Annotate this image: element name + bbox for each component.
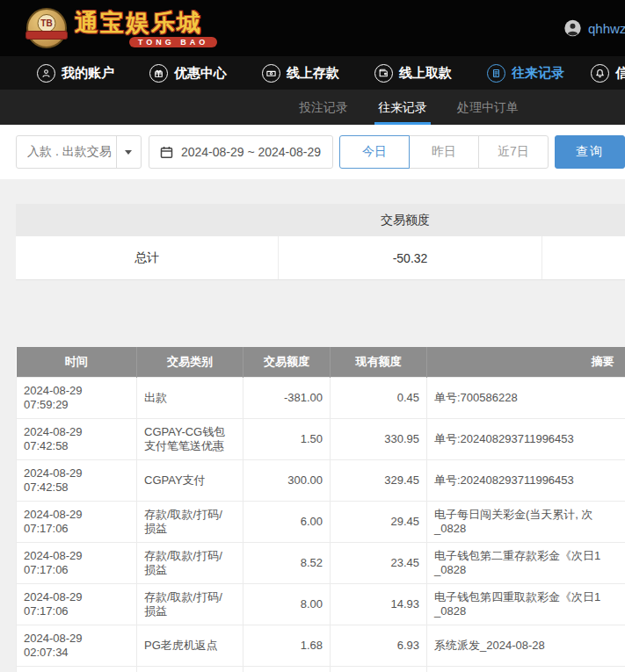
cell-summary: 单号:700586228 (427, 377, 625, 418)
nav-label: 往来记录 (512, 65, 564, 82)
transactions-table: 时间 交易类别 交易额度 现有额度 摘要 2024-08-29 07:59:29… (16, 347, 625, 672)
cell-type: 存款/取款/打码/ 损益 (137, 542, 243, 583)
nav-label: 线上存款 (287, 65, 339, 82)
cell-type: CGPAY-CG钱包 支付笔笔送优惠 (137, 418, 243, 459)
logo-emblem-icon: TB (26, 8, 67, 48)
tab-pending-orders[interactable]: 处理中订单 (457, 90, 519, 125)
tab-bet-records[interactable]: 投注记录 (299, 90, 348, 125)
col-header-type: 交易类别 (137, 347, 243, 377)
chevron-down-icon (116, 136, 141, 168)
logo-title: 通宝娱乐城 (75, 10, 217, 36)
cell-summary: 系统派发_2024-08-28 (427, 666, 625, 672)
cell-amount: 8.00 (243, 583, 331, 625)
table-row: 2024-08-29 02:07:34 PG老虎机返点 1.68 6.93 系统… (17, 625, 625, 666)
summary-total-value: -50.32 (279, 236, 542, 279)
search-button[interactable]: 查询 (555, 135, 625, 169)
cell-balance: 14.93 (331, 583, 427, 625)
cell-amount: 1.50 (243, 418, 331, 459)
cell-type: 存款/取款/打码/ 损益 (137, 501, 243, 542)
main-navigation: 我的账户 优惠中心 线上存款 线上取款 往来记录 (0, 56, 625, 90)
calendar-icon (160, 146, 173, 159)
cell-summary: 单号:202408293711996453 (427, 459, 625, 501)
nav-label: 优惠中心 (174, 65, 227, 82)
summary-header: 交易额度 (16, 204, 625, 236)
col-header-balance: 现有额度 (331, 347, 427, 377)
nav-item-messages[interactable]: 信息 (591, 64, 625, 83)
cell-summary: 单号:202408293711996453 (427, 418, 625, 459)
logo-ribbon (25, 31, 68, 40)
cell-amount: -381.00 (243, 377, 331, 418)
summary-total-label: 总计 (16, 236, 279, 279)
table-header: 时间 交易类别 交易额度 现有额度 摘要 (17, 347, 625, 377)
cell-time: 2024-08-29 07:42:58 (17, 459, 137, 501)
logo-tb-monogram: TB (38, 14, 56, 33)
quick-filter-today[interactable]: 今日 (339, 135, 410, 169)
withdraw-icon (374, 64, 393, 83)
table-row: 2024-08-29 07:17:06 存款/取款/打码/ 损益 8.00 14… (17, 583, 625, 625)
cell-amount: 8.52 (243, 542, 331, 583)
deposit-icon (262, 64, 280, 83)
site-logo[interactable]: TB 通宝娱乐城 TONG BAO (26, 8, 217, 48)
nav-item-transactions[interactable]: 往来记录 (487, 64, 564, 83)
table-row: 2024-08-29 07:17:06 存款/取款/打码/ 损益 8.52 23… (17, 542, 625, 583)
nav-label: 我的账户 (62, 65, 114, 82)
date-range-input[interactable]: 2024-08-29 ~ 2024-08-29 (149, 135, 333, 169)
transaction-type-select[interactable]: 入款 . 出款交易 (16, 135, 142, 169)
cell-summary: 系统派发_2024-08-28 (427, 625, 625, 666)
cell-time: 2024-08-29 02:07:34 (17, 666, 137, 672)
date-range-value: 2024-08-29 ~ 2024-08-29 (181, 145, 321, 159)
col-header-time: 时间 (17, 347, 137, 377)
nav-item-withdraw[interactable]: 线上取款 (374, 64, 452, 83)
filter-bar: 入款 . 出款交易 2024-08-29 ~ 2024-08-29 今日 昨日 … (0, 125, 625, 179)
gift-icon (149, 64, 168, 83)
select-value: 入款 . 出款交易 (17, 144, 112, 160)
summary-total-row: 总计 -50.32 (16, 236, 625, 279)
quick-filter-yesterday[interactable]: 昨日 (409, 135, 479, 169)
cell-amount: 1.48 (243, 666, 331, 672)
nav-label: 信息 (615, 65, 625, 82)
col-header-summary: 摘要 (427, 347, 625, 377)
cell-amount: 300.00 (243, 459, 331, 501)
table-row: 2024-08-29 02:07:34 PP老虎机返点 1.48 5.25 系统… (17, 666, 625, 672)
cell-type: CGPAY支付 (137, 459, 243, 501)
cell-summary: 电子钱包第四重取款彩金《次日1 _0828 (427, 583, 625, 625)
cell-summary: 电子钱包第二重存款彩金《次日1 _0828 (427, 542, 625, 583)
cell-balance: 29.45 (331, 501, 427, 542)
nav-item-my-account[interactable]: 我的账户 (37, 64, 114, 83)
cell-time: 2024-08-29 07:17:06 (17, 583, 137, 625)
quick-date-group: 今日 昨日 近7日 (339, 135, 549, 169)
col-header-amount: 交易额度 (243, 347, 331, 377)
nav-item-deposit[interactable]: 线上存款 (262, 64, 339, 83)
nav-label: 线上取款 (399, 65, 452, 82)
logo-subtitle-badge: TONG BAO (129, 37, 217, 47)
records-icon (487, 64, 505, 83)
cell-balance: 330.95 (331, 418, 427, 459)
username: qhhwz (588, 21, 625, 36)
cell-type: 出款 (137, 377, 243, 418)
table-row: 2024-08-29 07:42:58 CGPAY支付 300.00 329.4… (17, 459, 625, 501)
cell-balance: 6.93 (331, 625, 427, 666)
cell-time: 2024-08-29 07:42:58 (17, 418, 137, 459)
cell-time: 2024-08-29 07:17:06 (17, 542, 137, 583)
top-header: TB 通宝娱乐城 TONG BAO qhhwz (0, 0, 625, 56)
nav-item-promotions[interactable]: 优惠中心 (149, 64, 227, 83)
table-row: 2024-08-29 07:59:29 出款 -381.00 0.45 单号:7… (17, 377, 625, 418)
table-row: 2024-08-29 07:42:58 CGPAY-CG钱包 支付笔笔送优惠 1… (17, 418, 625, 459)
cell-balance: 23.45 (331, 542, 427, 583)
tab-transaction-records[interactable]: 往来记录 (378, 90, 427, 125)
cell-summary: 电子每日闯关彩金(当天累计, 次 _0828 (427, 501, 625, 542)
cell-balance: 5.25 (331, 666, 427, 672)
user-account[interactable]: qhhwz (563, 19, 625, 38)
cell-type: PG老虎机返点 (137, 625, 243, 666)
cell-amount: 6.00 (243, 501, 331, 542)
cell-type: PP老虎机返点 (137, 666, 243, 672)
user-icon (37, 64, 55, 83)
cell-amount: 1.68 (243, 625, 331, 666)
cell-time: 2024-08-29 07:17:06 (17, 501, 137, 542)
logo-text: 通宝娱乐城 TONG BAO (75, 10, 217, 47)
avatar-icon (563, 19, 582, 38)
cell-time: 2024-08-29 02:07:34 (17, 625, 137, 666)
bell-icon (591, 64, 609, 83)
quick-filter-last7days[interactable]: 近7日 (478, 135, 549, 169)
cell-balance: 0.45 (331, 377, 427, 418)
